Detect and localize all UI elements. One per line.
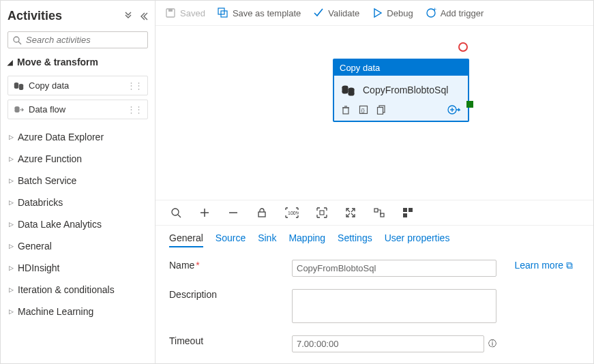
name-input[interactable] xyxy=(292,260,496,277)
code-icon[interactable]: {} xyxy=(359,105,368,115)
activities-title: Activities xyxy=(8,9,62,23)
layout-icon[interactable] xyxy=(402,207,413,218)
zoom-search-icon[interactable] xyxy=(170,207,181,218)
external-link-icon: ⧉ xyxy=(566,260,573,271)
main-area: Saved Save as template Validate Debug + … xyxy=(155,1,593,363)
details-tabs: General Source Sink Mapping Settings Use… xyxy=(155,226,593,254)
svg-rect-23 xyxy=(343,108,348,114)
section-label: Move & transform xyxy=(17,57,98,67)
search-input[interactable] xyxy=(26,35,143,45)
clone-icon[interactable] xyxy=(376,105,386,115)
svg-text:+: + xyxy=(433,7,436,13)
validate-button[interactable]: Validate xyxy=(313,7,359,18)
section-move-transform[interactable]: ◢ Move & transform xyxy=(8,52,148,72)
search-icon xyxy=(12,35,22,45)
svg-rect-12 xyxy=(168,9,173,12)
tab-sink[interactable]: Sink xyxy=(258,232,276,247)
info-icon[interactable]: ⓘ xyxy=(488,338,496,350)
tree-item[interactable]: ▷Iteration & conditionals xyxy=(8,279,148,301)
chevron-right-icon: ▷ xyxy=(9,155,14,162)
grip-icon: ⋮⋮ xyxy=(127,104,142,115)
fullscreen-icon[interactable] xyxy=(345,207,356,218)
tree-item[interactable]: ▷General xyxy=(8,235,148,257)
pipeline-toolbar: Saved Save as template Validate Debug + … xyxy=(155,1,593,26)
svg-point-10 xyxy=(15,110,20,112)
svg-point-22 xyxy=(348,92,355,95)
svg-point-33 xyxy=(172,209,179,215)
description-label: Description xyxy=(169,289,292,300)
save-as-template-button[interactable]: Save as template xyxy=(218,7,301,18)
learn-more-link[interactable]: Learn more ⧉ xyxy=(496,260,580,271)
add-trigger-button[interactable]: + Add trigger xyxy=(426,7,484,18)
name-label: Name* xyxy=(169,260,292,271)
svg-rect-40 xyxy=(320,211,324,215)
lock-icon[interactable] xyxy=(256,207,267,218)
copy-data-icon xyxy=(341,84,356,96)
activity-tree: ▷Azure Data Explorer ▷Azure Function ▷Ba… xyxy=(8,126,148,322)
chevron-right-icon: ▷ xyxy=(9,177,14,184)
svg-point-0 xyxy=(14,37,19,42)
zoom-out-icon[interactable] xyxy=(228,207,239,218)
collapse-panel-icon[interactable] xyxy=(138,12,148,21)
validation-error-icon[interactable] xyxy=(458,42,468,52)
svg-point-7 xyxy=(19,87,23,90)
node-name: CopyFromBlobtoSql xyxy=(363,85,448,95)
copy-data-icon xyxy=(14,81,25,91)
timeout-label: Timeout xyxy=(169,335,292,346)
grip-icon: ⋮⋮ xyxy=(127,80,142,91)
canvas-toolbar: 100% xyxy=(155,200,593,226)
node-output-port[interactable] xyxy=(466,101,473,108)
data-flow-icon xyxy=(14,105,25,115)
node-header: Copy data xyxy=(334,60,468,76)
node-actions: {} xyxy=(334,102,468,121)
chevron-right-icon: ▷ xyxy=(9,243,14,249)
tab-user-properties[interactable]: User properties xyxy=(385,232,450,247)
pipeline-canvas[interactable]: Copy data CopyFromBlobtoSql {} xyxy=(155,26,593,200)
svg-rect-41 xyxy=(374,209,378,212)
chevron-right-icon: ▷ xyxy=(9,308,14,315)
activity-label: Copy data xyxy=(29,80,69,91)
copy-data-node[interactable]: Copy data CopyFromBlobtoSql {} xyxy=(333,59,469,122)
activities-header: Activities xyxy=(8,6,148,27)
tree-item[interactable]: ▷Machine Learning xyxy=(8,301,148,322)
expand-all-icon[interactable] xyxy=(123,12,133,21)
tree-item[interactable]: ▷Azure Function xyxy=(8,148,148,170)
zoom-in-icon[interactable] xyxy=(199,207,210,218)
tree-item[interactable]: ▷Data Lake Analytics xyxy=(8,213,148,235)
svg-line-1 xyxy=(18,42,21,44)
svg-line-34 xyxy=(178,215,181,217)
activity-label: Data flow xyxy=(29,104,65,115)
svg-rect-42 xyxy=(381,213,384,217)
activities-panel: Activities ◢ Move & transform Copy data … xyxy=(1,1,155,363)
tree-item[interactable]: ▷Azure Data Explorer xyxy=(8,126,148,148)
tab-mapping[interactable]: Mapping xyxy=(288,232,325,247)
activity-copy-data[interactable]: Copy data ⋮⋮ xyxy=(8,76,148,95)
chevron-right-icon: ▷ xyxy=(9,134,14,140)
svg-point-19 xyxy=(342,90,348,93)
svg-rect-29 xyxy=(378,108,383,115)
chevron-right-icon: ▷ xyxy=(9,221,14,228)
node-body: CopyFromBlobtoSql xyxy=(334,76,468,102)
tab-general[interactable]: General xyxy=(169,232,203,247)
saved-button: Saved xyxy=(165,7,205,18)
tree-item[interactable]: ▷HDInsight xyxy=(8,257,148,279)
fit-screen-icon[interactable] xyxy=(316,207,327,218)
zoom-100-icon[interactable]: 100% xyxy=(285,207,299,218)
svg-rect-44 xyxy=(409,208,413,212)
tree-item[interactable]: ▷Batch Service xyxy=(8,170,148,192)
add-output-icon[interactable] xyxy=(447,104,461,115)
tab-settings[interactable]: Settings xyxy=(338,232,372,247)
svg-text:100%: 100% xyxy=(288,211,299,215)
auto-align-icon[interactable] xyxy=(374,207,385,218)
svg-rect-45 xyxy=(403,213,407,217)
delete-icon[interactable] xyxy=(341,105,351,115)
debug-button[interactable]: Debug xyxy=(372,7,413,18)
description-input[interactable] xyxy=(292,289,496,323)
svg-text:{}: {} xyxy=(361,107,366,113)
timeout-input[interactable] xyxy=(292,335,484,352)
tree-item[interactable]: ▷Databricks xyxy=(8,192,148,213)
svg-rect-38 xyxy=(258,212,265,217)
search-activities[interactable] xyxy=(8,31,148,48)
activity-data-flow[interactable]: Data flow ⋮⋮ xyxy=(8,100,148,119)
tab-source[interactable]: Source xyxy=(216,232,246,247)
